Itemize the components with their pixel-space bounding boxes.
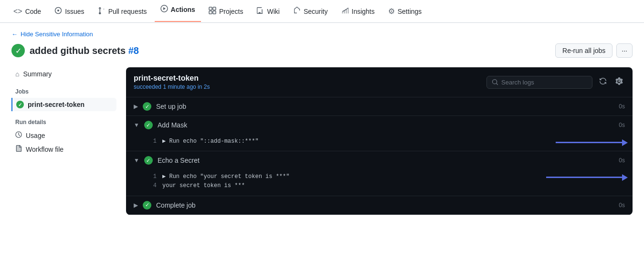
summary-label: Summary (23, 70, 52, 78)
step-setup-name: Set up job (156, 103, 614, 110)
step-echo-secret-header[interactable]: ▼ ✓ Echo a Secret 0s (126, 151, 633, 169)
settings-icon: ⚙ (388, 7, 395, 16)
dots-icon: ··· (622, 47, 627, 54)
step-add-mask-header[interactable]: ▼ ✓ Add Mask 0s (126, 116, 633, 134)
nav-pull-requests[interactable]: Pull requests (92, 3, 153, 20)
step-echo-secret: ▼ ✓ Echo a Secret 0s 1 ▶ Run echo "your … (126, 151, 633, 196)
svg-rect-6 (209, 11, 212, 14)
code-icon: <> (13, 7, 22, 16)
title-left: ✓ added github secrets #8 (11, 44, 139, 57)
issues-icon (54, 7, 62, 16)
refresh-icon (599, 77, 607, 85)
nav-issues[interactable]: Issues (49, 3, 90, 20)
workflow-file-icon (15, 145, 22, 153)
nav-insights[interactable]: Insights (336, 3, 380, 20)
nav-settings[interactable]: ⚙ Settings (382, 3, 428, 20)
svg-marker-3 (163, 7, 166, 10)
step-complete-check-icon: ✓ (143, 201, 151, 210)
wiki-icon (256, 7, 264, 16)
step-setup-check-icon: ✓ (143, 102, 151, 111)
more-options-button[interactable]: ··· (616, 43, 633, 58)
svg-point-1 (57, 10, 59, 11)
search-logs-input[interactable] (501, 79, 587, 86)
log-line: 1 ▶ Run echo "::add-mask::***" (147, 137, 625, 146)
sidebar-item-summary[interactable]: ⌂ Summary (11, 67, 116, 81)
sidebar-item-usage[interactable]: Usage (11, 128, 116, 142)
back-link[interactable]: ← Hide Sensitive Information (11, 31, 633, 38)
nav-insights-label: Insights (352, 8, 375, 15)
security-icon (293, 7, 301, 16)
job-name-label: print-secret-token (28, 101, 84, 108)
projects-icon (209, 7, 216, 16)
svg-rect-5 (213, 7, 216, 10)
usage-label: Usage (26, 132, 45, 139)
log-line-4: 4 your secret token is *** (147, 181, 625, 190)
run-success-icon: ✓ (11, 44, 25, 57)
nav-security-label: Security (304, 8, 328, 15)
step-echo-lines: 1 ▶ Run echo "your secret token is ***" … (126, 169, 633, 195)
pr-number: #8 (128, 45, 139, 56)
nav-code-label: Code (25, 8, 41, 15)
chevron-down-icon-2: ▼ (134, 157, 139, 164)
search-box[interactable] (486, 76, 592, 89)
step-setup-time: 0s (619, 103, 625, 110)
gear-button[interactable] (613, 75, 625, 89)
svg-rect-4 (209, 7, 212, 10)
usage-icon (15, 131, 22, 139)
top-nav: <> Code Issues Pull requests Actions Pro… (0, 0, 644, 23)
line-content-4: your secret token is *** (162, 181, 245, 190)
nav-projects[interactable]: Projects (203, 3, 249, 20)
back-arrow-icon: ← (11, 31, 18, 38)
log-job-subtitle: succeeded 1 minute ago in 2s (134, 84, 210, 90)
chevron-right-icon-2: ▶ (134, 202, 138, 209)
line-content-1: ▶ Run echo "your secret token is ***" (162, 172, 289, 181)
page-container: ← Hide Sensitive Information ✓ added git… (0, 23, 644, 222)
step-add-mask-lines: 1 ▶ Run echo "::add-mask::***" (126, 134, 633, 151)
nav-projects-label: Projects (219, 8, 243, 15)
title-row: ✓ added github secrets #8 Re-run all job… (11, 43, 633, 58)
gear-icon (615, 77, 623, 85)
step-echo-time: 0s (619, 157, 625, 164)
svg-rect-7 (213, 11, 216, 14)
log-header-right (486, 75, 625, 89)
step-add-mask-name: Add Mask (158, 121, 614, 129)
log-line-1: 1 ▶ Run echo "your secret token is ***" (147, 172, 625, 181)
nav-pr-label: Pull requests (108, 8, 147, 15)
nav-code[interactable]: <> Code (8, 3, 47, 20)
main-content: ⌂ Summary Jobs ✓ print-secret-token Run … (11, 67, 633, 215)
nav-settings-label: Settings (398, 8, 422, 15)
actions-icon (160, 5, 168, 14)
sidebar-item-workflow-file[interactable]: Workflow file (11, 142, 116, 156)
nav-wiki[interactable]: Wiki (251, 3, 285, 20)
line-content: ▶ Run echo "::add-mask::***" (162, 137, 259, 146)
log-title-block: print-secret-token succeeded 1 minute ag… (134, 74, 210, 90)
step-setup-job: ▶ ✓ Set up job 0s (126, 97, 633, 116)
step-add-mask-time: 0s (619, 122, 625, 128)
step-add-mask-check-icon: ✓ (144, 121, 153, 129)
back-link-label: Hide Sensitive Information (21, 31, 93, 38)
sidebar-item-job[interactable]: ✓ print-secret-token (11, 98, 116, 111)
log-header: print-secret-token succeeded 1 minute ag… (126, 67, 633, 97)
step-complete-job-header[interactable]: ▶ ✓ Complete job 0s (126, 196, 633, 214)
summary-icon: ⌂ (15, 70, 19, 78)
line-number-4: 4 (147, 181, 157, 190)
line-number: 1 (147, 137, 157, 146)
refresh-button[interactable] (597, 75, 609, 89)
insights-icon (341, 7, 349, 16)
step-complete-job: ▶ ✓ Complete job 0s (126, 196, 633, 215)
nav-security[interactable]: Security (287, 3, 334, 20)
chevron-right-icon: ▶ (134, 103, 138, 110)
line-number-1: 1 (147, 172, 157, 181)
step-echo-name: Echo a Secret (158, 157, 614, 164)
step-complete-name: Complete job (156, 201, 614, 209)
step-complete-time: 0s (619, 202, 625, 209)
job-success-icon: ✓ (16, 101, 24, 108)
step-setup-job-header[interactable]: ▶ ✓ Set up job 0s (126, 97, 633, 116)
nav-actions[interactable]: Actions (155, 1, 201, 22)
step-echo-check-icon: ✓ (144, 156, 153, 165)
pull-requests-icon (98, 7, 106, 16)
rerun-all-jobs-button[interactable]: Re-run all jobs (555, 43, 612, 58)
step-add-mask: ▼ ✓ Add Mask 0s 1 ▶ Run echo "::add-mask… (126, 116, 633, 151)
log-panel: print-secret-token succeeded 1 minute ag… (126, 67, 633, 215)
run-details-section-label: Run details (11, 119, 116, 126)
